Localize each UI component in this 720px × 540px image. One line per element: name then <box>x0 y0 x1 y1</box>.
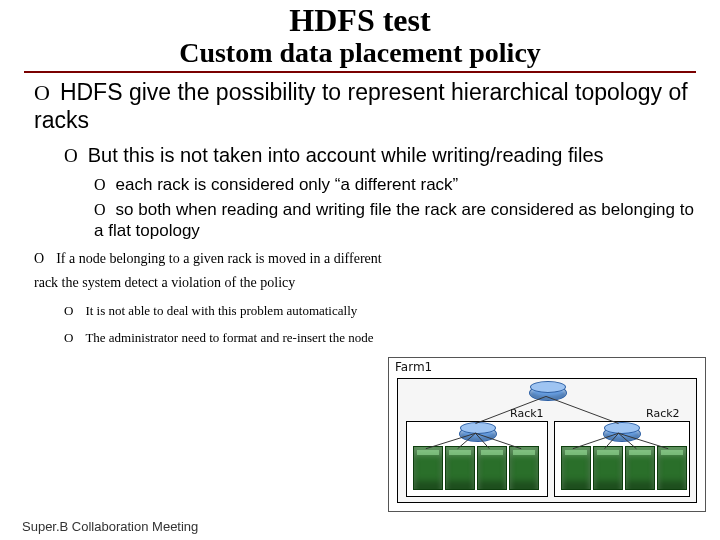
datanode-icon <box>593 446 623 490</box>
bullet-text: each rack is considered only “a differen… <box>116 175 459 194</box>
topology-diagram: Farm1 Rack1 Rack2 <box>388 357 706 512</box>
datanode-icon <box>445 446 475 490</box>
bullet-text: The administrator need to format and re-… <box>85 330 373 345</box>
bullet-level2-0: Oeach rack is considered only “a differe… <box>94 174 696 195</box>
datanode-icon <box>413 446 443 490</box>
bullet-text: But this is not taken into account while… <box>88 144 604 166</box>
bullet-marker: O <box>64 330 73 345</box>
farm-box: Rack1 Rack2 <box>397 378 697 503</box>
bullet-marker: O <box>94 201 106 218</box>
bullet-level0: OHDFS give the possibility to represent … <box>34 79 696 134</box>
rack2-switch-icon <box>603 426 641 442</box>
farm-switch-icon <box>529 385 567 401</box>
serif-sub-1: OThe administrator need to format and re… <box>64 326 384 349</box>
datanode-icon <box>477 446 507 490</box>
bullet-text: so both when reading and writing file th… <box>94 200 694 240</box>
rack1-label: Rack1 <box>510 407 544 420</box>
bullet-text: HDFS give the possibility to represent h… <box>34 79 688 133</box>
datanode-icon <box>657 446 687 490</box>
bullet-marker: O <box>34 80 50 105</box>
slide-footer: Super.B Collaboration Meeting <box>22 519 198 534</box>
bullet-level1-0: OBut this is not taken into account whil… <box>64 143 696 168</box>
bullet-marker: O <box>64 303 73 318</box>
title-divider <box>24 71 696 73</box>
datanode-icon <box>509 446 539 490</box>
bullet-marker: O <box>94 176 106 193</box>
datanode-icon <box>625 446 655 490</box>
bullet-text: If a node belonging to a given rack is m… <box>34 251 382 290</box>
svg-line-1 <box>546 396 619 423</box>
bullet-text: It is not able to deal with this problem… <box>85 303 357 318</box>
bullet-level2-1: Oso both when reading and writing file t… <box>94 199 696 242</box>
slide-subtitle: Custom data placement policy <box>24 38 696 69</box>
slide-title: HDFS test <box>24 4 696 38</box>
datanode-icon <box>561 446 591 490</box>
rack2-box <box>554 421 690 497</box>
rack2-label: Rack2 <box>646 407 680 420</box>
serif-sub-0: OIt is not able to deal with this proble… <box>64 299 384 322</box>
bullet-marker: O <box>64 145 78 166</box>
slide: HDFS test Custom data placement policy O… <box>0 0 720 540</box>
rack1-box <box>406 421 548 497</box>
serif-bullet-0: OIf a node belonging to a given rack is … <box>34 247 394 295</box>
rack1-switch-icon <box>459 426 497 442</box>
farm-label: Farm1 <box>395 360 432 374</box>
bullet-marker: O <box>34 251 44 266</box>
